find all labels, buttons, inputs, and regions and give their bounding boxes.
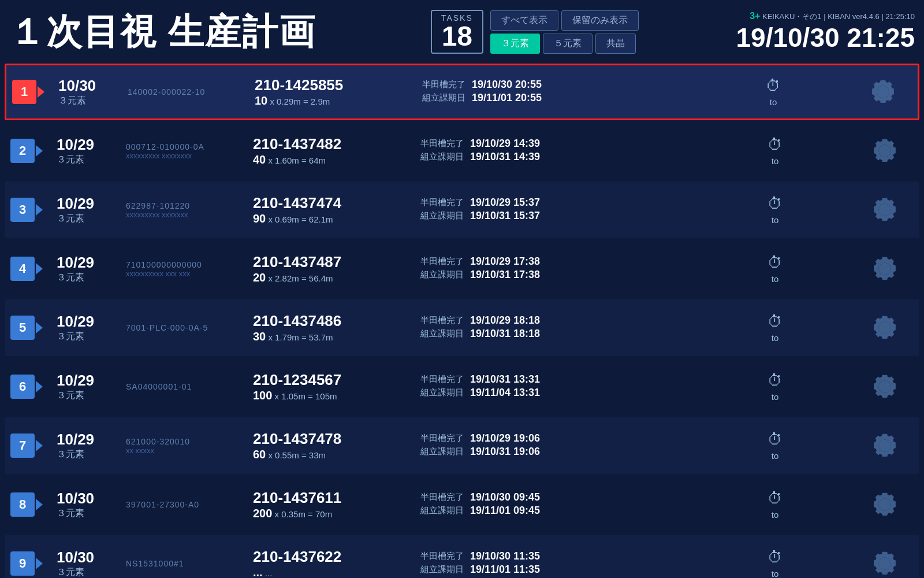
task-type: ３元素: [57, 272, 120, 284]
task-type: ３元素: [57, 331, 120, 343]
task-type: ３元素: [57, 390, 120, 402]
task-date: 10/30: [57, 490, 120, 507]
timer-icon: ⏱: [767, 254, 783, 272]
col-product: 210-1437482 40 x 1.60m = 64m: [247, 135, 409, 166]
task-row[interactable]: 3 10/29 ３元素 622987-101220 xxxxxxxxx xxxx…: [5, 181, 919, 238]
timer-to: to: [772, 333, 779, 343]
col-product: 210-1425855 10 x 0.29m = 2.9m: [249, 76, 411, 108]
task-row[interactable]: 5 10/29 ３元素 7001-PLC-000-0A-5 210-143748…: [5, 299, 919, 356]
product-quantity: 40 x 1.60m = 64m: [253, 153, 409, 166]
kumitate-label: 組立課期日: [420, 505, 467, 516]
timer-to: to: [772, 392, 779, 402]
row-arrow: [36, 145, 43, 157]
task-type: ３元素: [58, 95, 122, 107]
task-code-top: 622987-101220: [126, 201, 247, 210]
col-timer: ⏱ to: [752, 549, 798, 578]
handa-date-row: 半田槽完了 19/10/31 13:31: [420, 373, 752, 386]
filter-3element-button[interactable]: ３元素: [490, 34, 540, 54]
row-badge: 4: [10, 257, 35, 281]
task-row[interactable]: 7 10/29 ３元素 621000-320010 xx xxxxx 210-1…: [5, 417, 919, 474]
task-code-top: 000712-010000-0A: [126, 142, 247, 151]
kumitate-datetime: 19/11/01 11:35: [470, 564, 540, 576]
timer-icon: ⏱: [767, 136, 783, 154]
row-arrow: [36, 440, 43, 451]
filter-all-button[interactable]: すべて表示: [490, 10, 558, 31]
keikaku-detail: KEIKAKU・その1 | KIBAN ver4.4.6 | 21:25:10: [762, 12, 915, 21]
handa-date-row: 半田槽完了 19/10/30 09:45: [420, 491, 752, 503]
keikaku-info: 3+ KEIKAKU・その1 | KIBAN ver4.4.6 | 21:25:…: [750, 11, 915, 22]
col-product: 210-1234567 100 x 1.05m = 105m: [247, 371, 409, 402]
col-product: 210-1437611 200 x 0.35m = 70m: [247, 489, 409, 520]
handa-date-row: 半田槽完了 19/10/30 11:35: [420, 550, 752, 562]
col-gear[interactable]: [856, 131, 914, 171]
col-gear[interactable]: [856, 425, 914, 466]
row-number-cell: 5: [10, 316, 51, 340]
handa-label: 半田槽完了: [420, 374, 467, 385]
kumitate-date-row: 組立課期日 19/11/01 09:45: [420, 505, 752, 517]
handa-date-row: 半田槽完了 19/10/30 20:55: [422, 79, 750, 91]
handa-datetime: 19/10/30 09:45: [470, 491, 540, 503]
task-code-bot: xxxxxxxxx xxxxxxx: [126, 210, 247, 219]
col-id: 621000-320010 xx xxxxx: [120, 437, 247, 455]
tasks-number: 18: [442, 23, 472, 50]
col-id: 140002-000022-10: [122, 87, 249, 97]
task-row[interactable]: 2 10/29 ３元素 000712-010000-0A xxxxxxxxx x…: [5, 123, 919, 179]
kumitate-label: 組立課期日: [420, 387, 467, 398]
col-gear[interactable]: [856, 484, 914, 525]
col-timer: ⏱ to: [752, 313, 798, 343]
task-type: ３元素: [57, 154, 120, 166]
row-number-cell: 4: [10, 257, 51, 281]
row-badge: 3: [10, 198, 35, 222]
row-number-cell: 9: [10, 551, 51, 576]
filter-pending-button[interactable]: 保留のみ表示: [561, 10, 639, 31]
handa-datetime: 19/10/29 17:38: [470, 255, 540, 268]
col-gear[interactable]: [856, 307, 914, 348]
col-gear[interactable]: [854, 72, 912, 112]
product-number: 210-1437478: [253, 430, 409, 448]
product-number: 210-1437474: [253, 194, 409, 212]
handa-date-row: 半田槽完了 19/10/29 14:39: [420, 138, 752, 150]
row-arrow: [36, 381, 43, 392]
col-product: 210-1437474 90 x 0.69m = 62.1m: [247, 194, 409, 225]
task-date: 10/30: [58, 77, 122, 95]
timer-to: to: [772, 451, 779, 461]
task-row[interactable]: 4 10/29 ３元素 710100000000000 xxxxxxxxxx x…: [5, 240, 919, 297]
task-list: 1 10/30 ３元素 140002-000022-10 210-1425855…: [0, 64, 924, 578]
filter-5element-button[interactable]: ５元素: [543, 34, 593, 54]
col-date: 10/30 ３元素: [51, 490, 120, 520]
timer-icon: ⏱: [767, 195, 783, 213]
filter-kyosho-button[interactable]: 共晶: [595, 34, 636, 54]
col-timer: ⏱ to: [750, 77, 796, 107]
handa-datetime: 19/10/30 20:55: [472, 79, 542, 91]
row-arrow: [36, 499, 43, 510]
row-arrow: [36, 263, 43, 275]
kumitate-date-row: 組立課期日 19/10/31 14:39: [420, 151, 752, 163]
timer-icon: ⏱: [767, 372, 783, 390]
col-gear[interactable]: [856, 366, 914, 407]
col-gear[interactable]: [856, 543, 914, 578]
product-number: 210-1437487: [253, 253, 409, 271]
row-badge: 9: [10, 551, 35, 576]
kumitate-label: 組立課期日: [420, 446, 467, 457]
task-row[interactable]: 6 10/29 ３元素 SA04000001-01 210-1234567 10…: [5, 358, 919, 415]
task-type: ３元素: [57, 213, 120, 225]
col-gear[interactable]: [856, 249, 914, 289]
task-date: 10/29: [57, 372, 120, 390]
col-gear[interactable]: [856, 190, 914, 230]
handa-datetime: 19/10/31 13:31: [470, 373, 540, 386]
timer-to: to: [772, 569, 779, 578]
tasks-controls-area: TASKS 18 すべて表示 保留のみ表示 ３元素 ５元素 共晶: [333, 10, 736, 54]
task-row[interactable]: 9 10/30 ３元素 NS1531000#1 210-1437622 ... …: [5, 535, 919, 578]
task-code-top: 397001-27300-A0: [126, 500, 247, 509]
filter-top-row: すべて表示 保留のみ表示: [490, 10, 639, 31]
task-row[interactable]: 1 10/30 ３元素 140002-000022-10 210-1425855…: [5, 64, 919, 120]
kumitate-label: 組立課期日: [420, 328, 467, 339]
product-quantity: 10 x 0.29m = 2.9m: [255, 94, 411, 108]
task-date: 10/30: [57, 549, 120, 566]
keikaku-plus-icon: 3+: [750, 11, 760, 21]
kumitate-datetime: 19/11/01 09:45: [470, 505, 540, 517]
task-row[interactable]: 8 10/30 ３元素 397001-27300-A0 210-1437611 …: [5, 476, 919, 533]
handa-label: 半田槽完了: [420, 433, 467, 444]
col-id: 7001-PLC-000-0A-5: [120, 323, 247, 332]
col-timer: ⏱ to: [752, 431, 798, 461]
